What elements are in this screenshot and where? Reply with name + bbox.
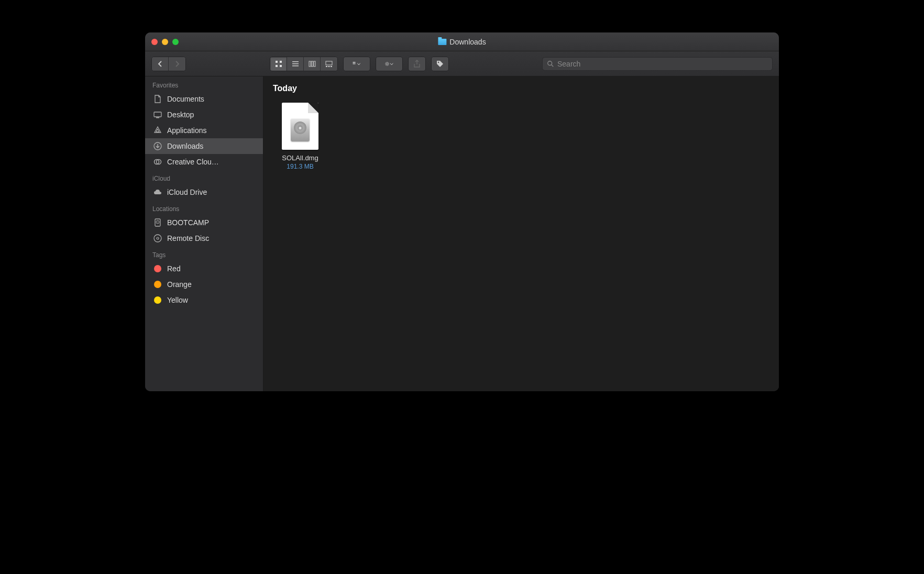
- sidebar: FavoritesDocumentsDesktopApplicationsDow…: [145, 76, 263, 391]
- sidebar-item-bootcamp[interactable]: BOOTCAMP: [145, 215, 263, 230]
- tag-dot-icon: [152, 263, 163, 274]
- desktop-icon: [152, 109, 163, 120]
- share-icon: [413, 60, 421, 68]
- body: FavoritesDocumentsDesktopApplicationsDow…: [145, 76, 779, 391]
- file-item[interactable]: SOLAll.dmg191.3 MB: [274, 103, 326, 170]
- tag-dot-icon: [152, 295, 163, 305]
- svg-rect-13: [331, 66, 332, 67]
- file-grid: SOLAll.dmg191.3 MB: [263, 97, 779, 175]
- finder-window: Downloads: [145, 32, 779, 391]
- svg-rect-1: [280, 61, 282, 63]
- sidebar-item-red[interactable]: Red: [145, 261, 263, 277]
- svg-rect-0: [276, 61, 278, 63]
- window-title-text: Downloads: [449, 38, 486, 46]
- close-button[interactable]: [151, 39, 158, 45]
- content-area[interactable]: Today SOLAll.dmg191.3 MB: [263, 76, 779, 391]
- svg-rect-7: [309, 61, 311, 67]
- dmg-file-icon: [282, 103, 318, 150]
- search-field[interactable]: [542, 57, 773, 71]
- search-input[interactable]: [557, 60, 768, 68]
- chevron-left-icon: [156, 60, 164, 68]
- doc-icon: [152, 94, 163, 104]
- action-group: [376, 57, 403, 71]
- action-button[interactable]: [376, 57, 402, 71]
- sidebar-item-applications[interactable]: Applications: [145, 123, 263, 138]
- share-group: [408, 57, 426, 71]
- sidebar-item-orange[interactable]: Orange: [145, 277, 263, 292]
- back-button[interactable]: [152, 57, 169, 71]
- sidebar-item-label: Red: [167, 264, 181, 273]
- svg-point-29: [154, 235, 161, 242]
- share-button[interactable]: [409, 57, 425, 71]
- fullscreen-button[interactable]: [172, 39, 179, 45]
- cc-icon: [152, 157, 163, 167]
- arrange-icon: [353, 60, 361, 68]
- chevron-right-icon: [173, 60, 181, 68]
- svg-rect-2: [276, 65, 278, 67]
- sidebar-item-documents[interactable]: Documents: [145, 91, 263, 107]
- hdd-icon: [152, 217, 163, 228]
- svg-rect-26: [155, 219, 160, 226]
- svg-rect-4: [292, 61, 299, 62]
- sidebar-item-remote-disc[interactable]: Remote Disc: [145, 230, 263, 246]
- file-size: 191.3 MB: [287, 163, 313, 170]
- sidebar-section-header: Favorites: [145, 76, 263, 91]
- minimize-button[interactable]: [162, 39, 168, 45]
- grid-icon: [274, 60, 283, 68]
- icon-view-button[interactable]: [270, 57, 287, 71]
- svg-rect-6: [292, 65, 299, 67]
- gallery-view-button[interactable]: [321, 57, 337, 71]
- nav-buttons: [151, 57, 186, 71]
- folder-icon: [438, 39, 446, 45]
- svg-point-30: [157, 237, 159, 239]
- search-icon: [547, 60, 554, 68]
- sidebar-item-label: Creative Clou…: [167, 158, 219, 166]
- svg-rect-14: [353, 62, 354, 63]
- arrange-button[interactable]: [344, 57, 370, 71]
- window-controls: [151, 39, 179, 45]
- svg-rect-5: [292, 63, 299, 64]
- svg-point-18: [386, 63, 388, 65]
- sidebar-item-desktop[interactable]: Desktop: [145, 107, 263, 123]
- sidebar-section-header: Locations: [145, 200, 263, 215]
- sidebar-item-downloads[interactable]: Downloads: [145, 138, 263, 154]
- downloads-icon: [152, 141, 163, 151]
- file-name: SOLAll.dmg: [282, 154, 318, 162]
- apps-icon: [152, 125, 163, 136]
- cloud-icon: [152, 187, 163, 197]
- svg-rect-22: [156, 117, 159, 118]
- sidebar-item-label: Downloads: [167, 142, 203, 150]
- svg-point-19: [438, 61, 439, 62]
- column-view-button[interactable]: [304, 57, 321, 71]
- svg-rect-8: [311, 61, 313, 67]
- sidebar-item-label: Remote Disc: [167, 234, 209, 242]
- sidebar-item-label: iCloud Drive: [167, 188, 207, 196]
- svg-rect-15: [354, 62, 355, 63]
- svg-rect-21: [154, 112, 161, 117]
- list-view-button[interactable]: [287, 57, 304, 71]
- svg-rect-17: [354, 63, 355, 64]
- sidebar-section-header: iCloud: [145, 170, 263, 184]
- svg-rect-10: [326, 61, 332, 65]
- list-icon: [291, 60, 300, 68]
- sidebar-item-label: Orange: [167, 280, 192, 289]
- window-title: Downloads: [438, 38, 486, 46]
- tag-icon: [436, 60, 444, 68]
- toolbar: [145, 51, 779, 76]
- sidebar-item-label: Applications: [167, 126, 207, 135]
- sidebar-section-header: Tags: [145, 246, 263, 261]
- gear-icon: [385, 60, 393, 68]
- sidebar-item-yellow[interactable]: Yellow: [145, 292, 263, 308]
- tags-button[interactable]: [432, 57, 448, 71]
- sidebar-item-label: BOOTCAMP: [167, 218, 209, 227]
- tag-dot-icon: [152, 279, 163, 290]
- svg-rect-9: [314, 61, 315, 67]
- sidebar-item-icloud-drive[interactable]: iCloud Drive: [145, 184, 263, 200]
- svg-rect-11: [326, 66, 327, 67]
- svg-rect-3: [280, 65, 282, 67]
- view-mode-group: [270, 57, 338, 71]
- sidebar-item-creative-clou-[interactable]: Creative Clou…: [145, 154, 263, 170]
- titlebar[interactable]: Downloads: [145, 32, 779, 51]
- sidebar-item-label: Documents: [167, 95, 204, 103]
- forward-button[interactable]: [169, 57, 185, 71]
